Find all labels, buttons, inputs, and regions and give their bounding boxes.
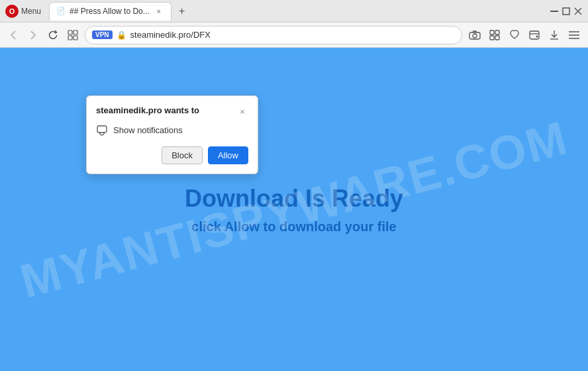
- svg-rect-13: [495, 36, 499, 40]
- svg-rect-12: [490, 36, 494, 40]
- svg-rect-1: [563, 8, 569, 15]
- tab-close-button[interactable]: ×: [154, 6, 164, 17]
- notification-popup: steaminedik.pro wants to × Show notifica…: [86, 95, 258, 174]
- tab-bar: O Menu 📄 ## Press Allow to Do... × +: [0, 0, 588, 23]
- page-main-text: Download Is Ready: [185, 185, 403, 213]
- vpn-badge: VPN: [92, 30, 113, 39]
- wallet-icon[interactable]: [526, 26, 543, 44]
- svg-rect-7: [74, 36, 77, 40]
- block-button[interactable]: Block: [162, 146, 203, 164]
- browser-window: O Menu 📄 ## Press Allow to Do... × +: [0, 0, 588, 371]
- svg-rect-10: [490, 30, 494, 34]
- reload-button[interactable]: [45, 27, 61, 43]
- lock-icon: 🔒: [117, 30, 126, 40]
- opera-logo: O: [5, 5, 19, 18]
- popup-title: steaminedik.pro wants to: [96, 105, 199, 115]
- tab-favicon: 📄: [56, 7, 66, 16]
- popup-permission: Show notifications: [96, 124, 248, 136]
- svg-point-9: [473, 34, 477, 38]
- svg-rect-20: [97, 126, 107, 132]
- new-tab-button[interactable]: +: [174, 3, 190, 19]
- download-icon[interactable]: [546, 26, 563, 44]
- allow-button[interactable]: Allow: [208, 146, 248, 164]
- address-input[interactable]: VPN 🔒 steaminedik.pro/DFX: [85, 26, 462, 44]
- heart-icon[interactable]: [506, 26, 523, 44]
- url-display: steaminedik.pro/DFX: [130, 30, 455, 40]
- menu-icon[interactable]: [565, 26, 583, 44]
- grid-view-button[interactable]: [65, 27, 81, 43]
- address-bar: VPN 🔒 steaminedik.pro/DFX: [0, 23, 588, 48]
- page-sub-text: click Allow to download your file: [191, 219, 396, 235]
- popup-close-button[interactable]: ×: [236, 105, 248, 117]
- camera-icon[interactable]: [466, 26, 483, 44]
- popup-header: steaminedik.pro wants to ×: [96, 105, 248, 117]
- permission-text: Show notifications: [113, 125, 183, 135]
- maximize-icon[interactable]: [562, 7, 571, 16]
- svg-point-15: [536, 35, 538, 37]
- minimize-icon[interactable]: [550, 7, 559, 16]
- back-button[interactable]: [5, 27, 21, 43]
- menu-label: Menu: [21, 7, 41, 16]
- active-tab[interactable]: 📄 ## Press Allow to Do... ×: [49, 2, 172, 21]
- close-window-icon[interactable]: [573, 7, 583, 16]
- svg-rect-0: [550, 11, 558, 12]
- tab-title: ## Press Allow to Do...: [70, 7, 150, 16]
- svg-rect-6: [68, 36, 72, 40]
- extensions-icon[interactable]: [486, 26, 503, 44]
- svg-rect-11: [495, 30, 499, 34]
- toolbar-icons: [466, 26, 583, 44]
- notification-icon: [96, 124, 108, 136]
- svg-rect-5: [74, 30, 77, 34]
- window-controls: [550, 7, 583, 16]
- popup-actions: Block Allow: [96, 146, 248, 164]
- svg-rect-14: [530, 31, 539, 39]
- page-content: MYANTISPYWARE.COM Download Is Ready clic…: [0, 48, 588, 371]
- svg-rect-4: [68, 30, 72, 34]
- forward-button[interactable]: [25, 27, 41, 43]
